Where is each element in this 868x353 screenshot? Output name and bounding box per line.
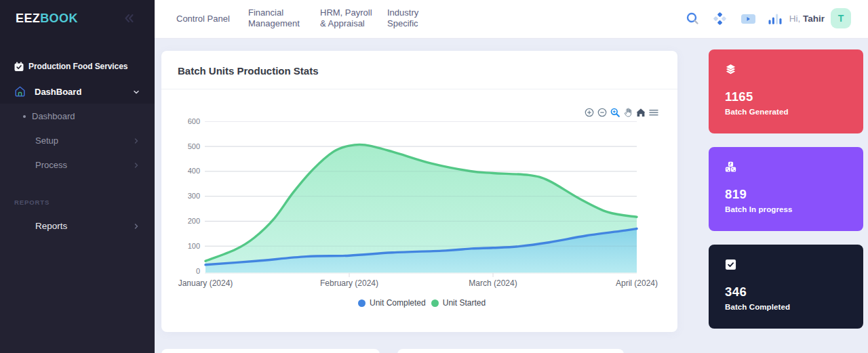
topbar: Control Panel Financial Management HRM, … xyxy=(155,0,868,39)
sidebar: EEZBOOK Production Food Services DashBoa… xyxy=(0,0,155,353)
svg-text:300: 300 xyxy=(188,192,200,200)
stat-label: Batch In progress xyxy=(725,205,792,213)
stat-card-batch-completed[interactable]: 346 Batch Completed xyxy=(709,245,863,329)
legend-item-unit-started[interactable]: Unit Started xyxy=(431,298,486,308)
greeting-prefix: Hi, xyxy=(789,14,801,24)
logo-text-primary: EEZ xyxy=(16,12,40,25)
check-square-icon xyxy=(725,259,736,270)
chevron-right-icon xyxy=(133,162,140,169)
stat-value: 346 xyxy=(725,285,747,299)
app-logo: EEZBOOK xyxy=(16,12,78,26)
user-name: Tahir xyxy=(803,14,825,24)
svg-text:100: 100 xyxy=(188,242,200,250)
nav-item-line: Management xyxy=(248,18,300,29)
svg-text:April (2024): April (2024) xyxy=(616,278,658,288)
chart-legend: Unit Completed Unit Started xyxy=(358,298,486,308)
search-icon[interactable] xyxy=(686,12,700,26)
svg-text:500: 500 xyxy=(188,142,200,150)
stat-value: 819 xyxy=(725,187,747,202)
calendar-check-icon xyxy=(14,62,24,71)
bottom-card-left xyxy=(161,349,380,353)
cubes-icon xyxy=(725,161,736,173)
chart-card: Batch Units Production Stats xyxy=(161,51,677,332)
nav-item-financial-management[interactable]: Financial Management xyxy=(248,7,300,29)
nav-item-line: Specific xyxy=(387,18,418,29)
nav-item-control-panel[interactable]: Control Panel xyxy=(176,14,230,24)
legend-label: Unit Completed xyxy=(370,298,426,308)
svg-text:February (2024): February (2024) xyxy=(320,278,378,288)
nav-item-hrm-payroll[interactable]: HRM, Payroll & Appraisal xyxy=(320,7,372,29)
nav-item-line: Industry xyxy=(387,7,418,18)
sidebar-section-reports: REPORTS xyxy=(0,197,155,207)
sidebar-item-company-label: Production Food Services xyxy=(28,62,127,71)
sidebar-subitem-setup-label: Setup xyxy=(35,136,58,146)
apps-diamonds-icon[interactable] xyxy=(713,12,726,25)
sidebar-subitem-setup[interactable]: Setup xyxy=(0,133,155,148)
avatar-initial: T xyxy=(838,13,844,24)
chevron-right-icon xyxy=(133,138,140,144)
legend-marker-green xyxy=(431,299,439,307)
sidebar-item-reports[interactable]: Reports xyxy=(0,218,155,234)
home-icon xyxy=(15,86,25,97)
svg-text:January (2024): January (2024) xyxy=(178,278,233,288)
svg-text:400: 400 xyxy=(188,167,200,175)
area-chart[interactable]: 0100200300400500600January (2024)Februar… xyxy=(161,91,677,332)
divider xyxy=(161,89,677,89)
chevron-down-icon xyxy=(133,89,140,96)
sidebar-section-reports-label: REPORTS xyxy=(14,199,50,206)
sidebar-item-reports-label: Reports xyxy=(35,221,67,231)
chevron-right-icon xyxy=(133,223,140,230)
sidebar-item-dashboard-parent-label: DashBoard xyxy=(35,87,81,97)
sidebar-subitem-dashboard-label: Dashboard xyxy=(32,111,75,121)
bottom-card-right xyxy=(397,349,624,353)
svg-text:600: 600 xyxy=(188,117,200,125)
sidebar-subitem-process-label: Process xyxy=(35,160,67,170)
nav-item-line: & Appraisal xyxy=(320,18,372,29)
double-chevron-left-icon xyxy=(124,14,134,23)
legend-item-unit-completed[interactable]: Unit Completed xyxy=(358,298,426,308)
svg-text:0: 0 xyxy=(196,267,200,275)
sidebar-collapse-icon[interactable] xyxy=(124,14,134,26)
legend-label: Unit Started xyxy=(443,298,486,308)
sidebar-subitem-process[interactable]: Process xyxy=(0,157,155,173)
bullet-icon xyxy=(23,115,26,118)
stat-label: Batch Generated xyxy=(725,108,789,116)
nav-item-industry-specific[interactable]: Industry Specific xyxy=(387,7,418,29)
logo-text-accent: BOOK xyxy=(40,12,78,25)
user-greeting: Hi, Tahir xyxy=(730,14,825,24)
sidebar-subitem-dashboard[interactable]: Dashboard xyxy=(0,108,155,124)
sidebar-item-dashboard-parent[interactable]: DashBoard xyxy=(0,79,155,104)
legend-marker-blue xyxy=(358,299,366,307)
svg-text:200: 200 xyxy=(188,217,200,225)
stat-value: 1165 xyxy=(725,89,753,104)
chart-title: Batch Units Production Stats xyxy=(178,65,319,77)
stat-card-batch-in-progress[interactable]: 819 Batch In progress xyxy=(709,147,863,231)
stat-label: Batch Completed xyxy=(725,303,790,311)
sidebar-item-company[interactable]: Production Food Services xyxy=(0,58,155,75)
stat-card-batch-generated[interactable]: 1165 Batch Generated xyxy=(709,49,863,133)
nav-item-line: HRM, Payroll xyxy=(320,7,372,18)
layers-icon xyxy=(725,64,736,75)
avatar[interactable]: T xyxy=(831,8,851,28)
nav-item-line: Financial xyxy=(248,7,300,18)
svg-text:March (2024): March (2024) xyxy=(469,278,517,288)
